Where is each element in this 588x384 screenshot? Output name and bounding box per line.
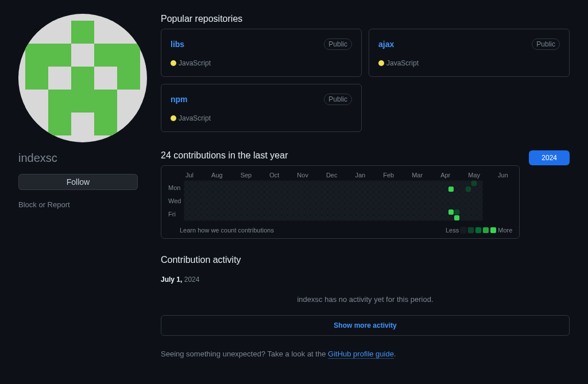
contribution-cell[interactable] (202, 215, 207, 220)
contribution-cell[interactable] (190, 187, 195, 192)
contribution-cell[interactable] (242, 187, 247, 192)
contribution-cell[interactable] (385, 181, 390, 186)
contribution-cell[interactable] (316, 198, 322, 203)
contribution-cell[interactable] (414, 210, 419, 215)
contribution-cell[interactable] (253, 198, 258, 203)
contribution-cell[interactable] (380, 210, 385, 215)
contribution-cell[interactable] (414, 192, 419, 197)
contribution-cell[interactable] (443, 198, 448, 203)
contribution-cell[interactable] (385, 187, 390, 192)
contribution-cell[interactable] (425, 187, 431, 192)
contribution-cell[interactable] (328, 192, 333, 197)
contribution-cell[interactable] (448, 215, 454, 220)
contribution-cell[interactable] (403, 187, 408, 192)
contribution-cell[interactable] (362, 181, 368, 186)
contribution-cell[interactable] (380, 192, 385, 197)
contribution-cell[interactable] (368, 215, 373, 220)
contribution-cell[interactable] (391, 210, 396, 215)
contribution-cell[interactable] (247, 215, 253, 220)
contribution-cell[interactable] (431, 192, 436, 197)
contribution-cell[interactable] (259, 181, 264, 186)
contribution-cell[interactable] (322, 187, 327, 192)
contribution-cell[interactable] (288, 187, 293, 192)
contribution-cell[interactable] (196, 192, 201, 197)
contribution-cell[interactable] (202, 181, 207, 186)
contribution-cell[interactable] (259, 192, 264, 197)
contribution-cell[interactable] (253, 210, 258, 215)
contribution-cell[interactable] (391, 198, 396, 203)
contribution-cell[interactable] (282, 181, 287, 186)
contribution-cell[interactable] (431, 181, 436, 186)
contribution-cell[interactable] (437, 210, 442, 215)
contribution-cell[interactable] (385, 192, 390, 197)
contribution-cell[interactable] (299, 198, 304, 203)
contribution-cell[interactable] (345, 181, 350, 186)
contribution-cell[interactable] (316, 210, 322, 215)
contribution-cell[interactable] (374, 204, 379, 209)
contribution-cell[interactable] (311, 210, 316, 215)
contribution-cell[interactable] (357, 192, 362, 197)
contribution-cell[interactable] (288, 204, 293, 209)
contribution-cell[interactable] (276, 210, 281, 215)
profile-guide-link[interactable]: GitHub profile guide (328, 350, 394, 359)
contribution-cell[interactable] (477, 215, 482, 220)
contribution-cell[interactable] (184, 192, 189, 197)
contribution-cell[interactable] (351, 210, 356, 215)
contribution-cell[interactable] (477, 210, 482, 215)
contribution-cell[interactable] (431, 198, 436, 203)
contribution-cell[interactable] (288, 215, 293, 220)
contribution-cell[interactable] (299, 187, 304, 192)
contribution-cell[interactable] (339, 210, 345, 215)
contribution-cell[interactable] (213, 215, 218, 220)
contribution-cell[interactable] (454, 215, 459, 220)
block-report-link[interactable]: Block or Report (18, 200, 138, 209)
contribution-cell[interactable] (374, 187, 379, 192)
contribution-cell[interactable] (247, 204, 253, 209)
contribution-cell[interactable] (431, 187, 436, 192)
contribution-cell[interactable] (259, 215, 264, 220)
contribution-cell[interactable] (380, 187, 385, 192)
contribution-cell[interactable] (190, 181, 195, 186)
contribution-cell[interactable] (397, 181, 402, 186)
contribution-cell[interactable] (282, 198, 287, 203)
contribution-cell[interactable] (207, 187, 212, 192)
contribution-cell[interactable] (213, 192, 218, 197)
contribution-cell[interactable] (328, 215, 333, 220)
contribution-cell[interactable] (236, 198, 241, 203)
contribution-cell[interactable] (362, 198, 368, 203)
contribution-cell[interactable] (213, 210, 218, 215)
contribution-cell[interactable] (460, 204, 465, 209)
contribution-cell[interactable] (225, 187, 230, 192)
contribution-cell[interactable] (437, 192, 442, 197)
contribution-cell[interactable] (265, 215, 270, 220)
contribution-cell[interactable] (403, 215, 408, 220)
contribution-cell[interactable] (190, 215, 195, 220)
contribution-cell[interactable] (276, 215, 281, 220)
contribution-cell[interactable] (219, 198, 224, 203)
repo-name-link[interactable]: libs (171, 40, 184, 49)
contribution-cell[interactable] (276, 192, 281, 197)
contribution-cell[interactable] (397, 187, 402, 192)
contribution-cell[interactable] (454, 192, 459, 197)
contribution-cell[interactable] (403, 204, 408, 209)
contribution-cell[interactable] (448, 181, 454, 186)
contribution-cell[interactable] (357, 215, 362, 220)
contribution-cell[interactable] (219, 210, 224, 215)
contribution-cell[interactable] (391, 187, 396, 192)
contribution-cell[interactable] (466, 198, 471, 203)
contribution-cell[interactable] (247, 181, 253, 186)
contribution-cell[interactable] (460, 210, 465, 215)
contribution-cell[interactable] (391, 204, 396, 209)
contribution-cell[interactable] (236, 210, 241, 215)
contribution-cell[interactable] (322, 204, 327, 209)
repo-name-link[interactable]: npm (171, 95, 188, 104)
contribution-cell[interactable] (265, 204, 270, 209)
contribution-cell[interactable] (466, 187, 471, 192)
contribution-cell[interactable] (219, 204, 224, 209)
contribution-cell[interactable] (437, 204, 442, 209)
contribution-cell[interactable] (448, 204, 454, 209)
contribution-cell[interactable] (328, 210, 333, 215)
contribution-cell[interactable] (380, 204, 385, 209)
contribution-cell[interactable] (247, 198, 253, 203)
contribution-cell[interactable] (357, 187, 362, 192)
